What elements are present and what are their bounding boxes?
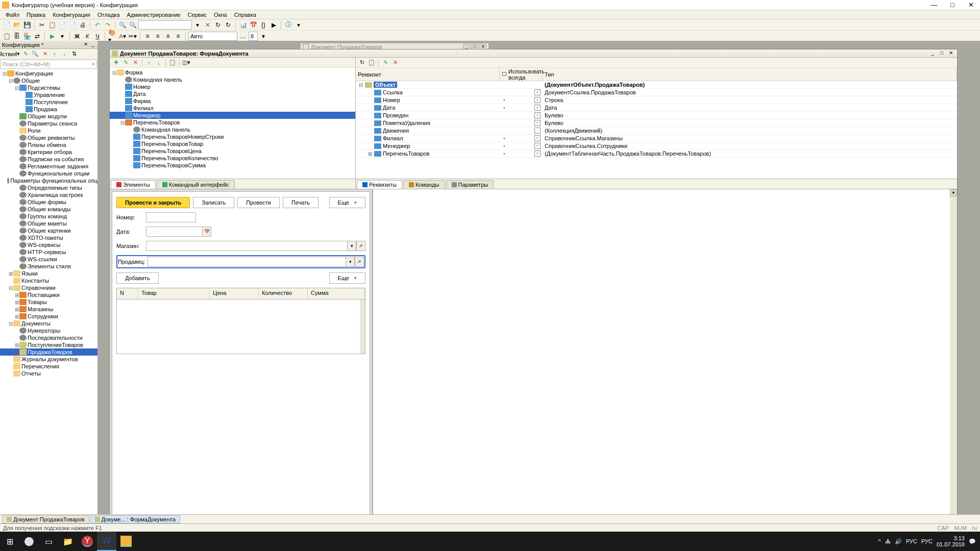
el-edit-icon[interactable]: ✎ (121, 59, 130, 67)
tree-item[interactable]: Общие модули (0, 113, 97, 120)
align-justify-icon[interactable]: ≡ (174, 32, 183, 41)
open-icon[interactable]: 📂 (12, 20, 21, 30)
tree-item[interactable]: ⊟Справочники (0, 284, 97, 291)
tree-item[interactable]: Общие команды (0, 206, 97, 213)
compare-icon[interactable]: ⇄ (33, 32, 42, 41)
refresh2-icon[interactable]: ↻ (224, 20, 233, 30)
explorer-icon[interactable]: 📁 (58, 532, 78, 551)
align-right-icon[interactable]: ≡ (163, 32, 173, 41)
help-dd-icon[interactable]: ▾ (294, 20, 303, 30)
menu-admin[interactable]: Администрирование (124, 11, 184, 19)
tree-item[interactable]: ПереченьТоваровНомерСтроки (110, 133, 355, 140)
tray-lang1[interactable]: РУС (906, 538, 917, 544)
attr-row[interactable]: Менеджер•✓СправочникСсылка.Сотрудники (356, 142, 957, 150)
form-window-titlebar[interactable]: Документ ПродажаТоваров: ФормаДокумента … (110, 49, 957, 58)
tab-elements[interactable]: Элементы (111, 180, 156, 189)
dropdown-icon[interactable]: ▾ (193, 20, 202, 30)
store-icon[interactable]: 🏪 (22, 32, 32, 41)
attr-col-type[interactable]: Тип (543, 68, 957, 81)
tree-item[interactable]: ⊞Товары (0, 298, 97, 306)
test-icon[interactable]: ▶ (269, 20, 278, 30)
italic-icon[interactable]: К (83, 32, 92, 41)
find2-icon[interactable]: 🔍 (128, 20, 137, 30)
tree-item[interactable]: Общие картинки (0, 227, 97, 234)
tree-item[interactable]: ⊞ПоступлениеТоваров (0, 341, 97, 348)
find-icon[interactable]: 🔍 (118, 20, 127, 30)
table-scrollbar[interactable] (360, 299, 365, 354)
magnify-icon[interactable]: 🔍 (31, 50, 39, 58)
config-open-icon[interactable]: 📋 (2, 32, 11, 41)
tree-item[interactable]: Элементы стиля (0, 263, 97, 270)
tree-item[interactable]: Фирма (110, 97, 355, 105)
tree-item[interactable]: Регламентные задания (0, 163, 97, 170)
attr-row[interactable]: Ссылка✓ДокументСсылка.ПродажаТоваров (356, 89, 957, 96)
el-add-icon[interactable]: ✚ (112, 59, 120, 67)
seller-open-icon[interactable]: ↗ (355, 257, 364, 267)
attr-row[interactable]: Движения(КоллекцияДвижений) (356, 127, 957, 135)
tree-item[interactable]: ⊟ПереченьТоваров (110, 119, 355, 126)
more-button[interactable]: Еще (329, 197, 365, 208)
tree-item[interactable]: Подписки на события (0, 156, 97, 163)
tree-item[interactable]: ⊟Подсистемы (0, 84, 97, 91)
tree-item[interactable]: Константы (0, 277, 97, 284)
post-button[interactable]: Провести (237, 197, 280, 208)
save-icon[interactable]: 💾 (22, 20, 32, 30)
tree-item[interactable]: ⊟Форма (110, 69, 355, 76)
edit-icon[interactable]: ✎ (21, 50, 30, 58)
tree-item[interactable]: ⊟Документы (0, 320, 97, 327)
calendar-button-icon[interactable]: 📅 (202, 227, 211, 237)
undo-icon[interactable]: ↶ (93, 20, 102, 30)
help-icon[interactable]: ⓘ (284, 20, 293, 30)
tree-item[interactable]: ⊞Поставщики (0, 291, 97, 298)
tree-item[interactable]: Номер (110, 83, 355, 90)
at-edit-icon[interactable]: ✎ (381, 59, 389, 67)
tree-item[interactable]: Нумераторы (0, 327, 97, 334)
el-del-icon[interactable]: ✕ (131, 59, 139, 67)
tree-item[interactable]: Роли (0, 127, 97, 134)
tree-item[interactable]: XDTO-пакеты (0, 234, 97, 241)
underline-icon[interactable]: Ч (93, 32, 102, 41)
run-dd-icon[interactable]: ▾ (58, 32, 67, 41)
th-price[interactable]: Цена (210, 288, 259, 299)
tree-item[interactable]: ⊞Сотрудники (0, 313, 97, 320)
tree-item[interactable]: WS-ссылки (0, 256, 97, 263)
tree-item[interactable]: WS-сервисы (0, 241, 97, 248)
tree-item[interactable]: Общие формы (0, 198, 97, 206)
tree-item[interactable]: Планы обмена (0, 141, 97, 148)
tree-item[interactable]: Общие реквизиты (0, 134, 97, 141)
tree-item[interactable]: ⊞Магазины (0, 306, 97, 313)
search-clear-icon[interactable]: ✕ (91, 61, 95, 67)
tree-item[interactable]: Перечисления (0, 363, 97, 370)
tree-item[interactable]: Группы команд (0, 213, 97, 220)
attr-row[interactable]: Дата•✓Дата (356, 104, 957, 112)
tray-up-icon[interactable]: ^ (878, 538, 881, 544)
store-input[interactable]: ↗ ▾ (146, 241, 365, 251)
attributes-grid[interactable]: Реквизит ☐ Использовать всегда Тип ⊟Объе… (356, 68, 957, 179)
tab-cmd-interface[interactable]: Командный интерфейс (157, 180, 235, 189)
fw-min-icon[interactable]: _ (928, 50, 937, 57)
seller-input[interactable]: ↗ ▾ (148, 257, 364, 267)
font-more-icon[interactable]: … (238, 32, 248, 41)
config-search[interactable]: Поиск (Ctrl+Alt+M) ✕ (1, 60, 97, 69)
th-sum[interactable]: Сумма (308, 288, 365, 299)
add-icon[interactable]: ✚ (12, 50, 20, 58)
tray-vol-icon[interactable]: 🔊 (895, 538, 902, 545)
refresh-icon[interactable]: ↻ (213, 20, 223, 30)
tree-item[interactable]: Хранилища настроек (0, 191, 97, 198)
menu-service[interactable]: Сервис (184, 11, 210, 19)
delete-icon[interactable]: ✕ (41, 50, 49, 58)
cut-icon[interactable]: ✂ (37, 20, 46, 30)
attr-row[interactable]: Номер•✓Строка (356, 96, 957, 104)
panel-close-icon[interactable]: ✕ (82, 41, 89, 48)
syntax-icon[interactable]: {} (259, 20, 268, 30)
tab-commands[interactable]: Команды (403, 180, 445, 189)
preview-scrollbar[interactable]: ▲ ▼ (950, 189, 957, 525)
tray-notif-icon[interactable]: 💬 (969, 538, 976, 545)
minimize-button[interactable]: — (927, 1, 941, 10)
search-input[interactable] (138, 20, 192, 30)
tree-item[interactable]: Дата (110, 90, 355, 97)
tree-item[interactable]: ПереченьТоваровКоличество (110, 155, 355, 162)
calendar-icon[interactable]: 📅 (249, 20, 258, 30)
tree-item[interactable]: Журналы документов (0, 356, 97, 363)
menu-config[interactable]: Конфигурация (49, 11, 94, 19)
